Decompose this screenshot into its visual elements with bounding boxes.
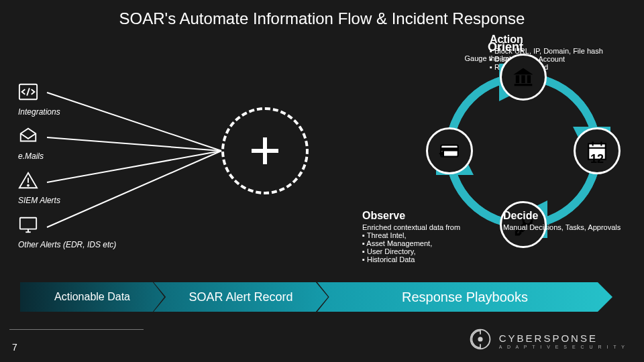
- svg-rect-17: [441, 148, 458, 151]
- logo-mark-icon: [468, 327, 492, 354]
- mail-icon: [17, 125, 40, 147]
- decide-heading: Decide: [503, 210, 624, 222]
- orient-node: [500, 54, 547, 101]
- observe-item: Threat Intel,: [362, 231, 496, 239]
- action-node: 12: [574, 127, 621, 174]
- source-label: Other Alerts (EDR, IDS etc): [18, 240, 131, 249]
- arrow-segment-1: Actionable Data: [20, 282, 164, 312]
- observe-subtext: Enriched contextual data from: [362, 223, 496, 231]
- bank-icon: [512, 66, 535, 88]
- logo-text: CYBERSPONSE: [499, 333, 598, 344]
- crosshair-icon: [252, 137, 278, 164]
- observe-item: Historical Data: [362, 255, 496, 263]
- source-siem: [17, 169, 131, 192]
- company-logo: CYBERSPONSE A D A P T I V E S E C U R I …: [468, 327, 627, 354]
- observe-item: User Directory,: [362, 247, 496, 255]
- svg-point-19: [478, 337, 482, 341]
- source-integrations: [17, 80, 131, 103]
- source-label: SIEM Alerts: [18, 196, 131, 205]
- arrow-segment-2: SOAR Alert Record: [154, 282, 328, 312]
- source-label: e.Mails: [18, 152, 131, 161]
- observe-heading: Observe: [362, 210, 496, 222]
- calendar-number: 12: [590, 152, 604, 166]
- logo-tagline: A D A P T I V E S E C U R I T Y: [499, 345, 627, 349]
- source-emails: [17, 125, 131, 147]
- slide-title: SOAR's Automate Information Flow & Incid…: [0, 9, 644, 28]
- source-other: [17, 213, 131, 236]
- svg-rect-3: [20, 218, 36, 229]
- action-item: Block URL, IP, Domain, File hash: [490, 47, 624, 55]
- observe-section: Observe Enriched contextual data from Th…: [362, 210, 496, 263]
- warning-icon: [17, 169, 40, 192]
- decide-subtext: Manual Decisions, Tasks, Approvals: [503, 223, 624, 231]
- observe-list: Threat Intel, Asset Management, User Dir…: [362, 231, 496, 263]
- data-sources-column: Integrations e.Mails SIEM Alerts Other A…: [17, 80, 131, 257]
- decide-section: Decide Manual Decisions, Tasks, Approval…: [503, 210, 624, 231]
- slide-number: 7: [12, 342, 17, 353]
- code-icon: [17, 80, 40, 103]
- credit-card-icon: [438, 139, 461, 162]
- alert-record-target-icon: [221, 107, 309, 194]
- source-label: Integrations: [18, 107, 131, 117]
- observe-node: [426, 127, 473, 174]
- action-heading: Action: [490, 34, 624, 46]
- footer-divider: [9, 329, 144, 330]
- process-arrow: Actionable Data SOAR Alert Record Respon…: [20, 282, 624, 312]
- svg-point-2: [28, 185, 29, 186]
- arrow-segment-3: Response Playbooks: [317, 282, 612, 312]
- observe-item: Asset Management,: [362, 239, 496, 247]
- monitor-icon: [17, 213, 40, 236]
